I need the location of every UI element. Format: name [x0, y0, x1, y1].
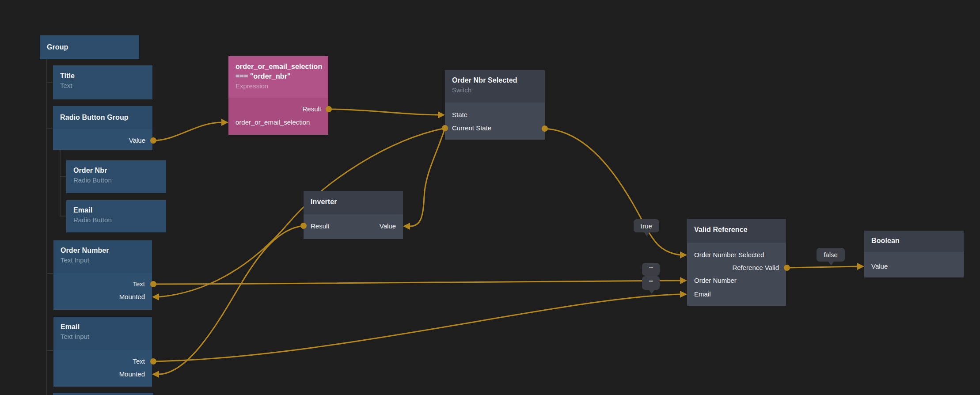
node-email-input[interactable]: Email Text Input Text Mounted — [53, 317, 152, 387]
node-order-number-input-subtitle: Text Input — [61, 255, 145, 265]
node-group[interactable]: Group — [40, 35, 139, 59]
port-dot-email-text[interactable] — [150, 358, 156, 365]
node-boolean-title: Boolean — [871, 236, 957, 246]
badge-false: false — [817, 248, 845, 262]
port-label-ordernumber-mounted: Mounted — [119, 292, 145, 301]
port-arrow-ordernumber-mounted[interactable] — [152, 293, 159, 300]
port-arrow-boolean-value[interactable] — [857, 263, 864, 270]
wire-switch-to-validreference-selected[interactable] — [545, 129, 680, 255]
node-editor-canvas[interactable]: Group Title Text Radio Button Group Valu… — [0, 0, 980, 395]
node-email-radio-title: Email — [73, 205, 159, 215]
port-label-switch-state: State — [452, 110, 467, 119]
node-partial-bottom[interactable] — [53, 393, 153, 395]
node-switch-subtitle: Switch — [452, 85, 538, 95]
port-label-email-text: Text — [133, 357, 145, 366]
port-label-vr-order-number-selected: Order Number Selected — [694, 251, 764, 259]
node-title-text-subtitle: Text — [60, 81, 145, 90]
node-order-nbr-radio[interactable]: Order Nbr Radio Button — [66, 160, 166, 193]
badge-true: true — [634, 219, 659, 232]
wire-radiogroup-value-to-expression[interactable] — [153, 122, 221, 141]
node-email-radio-subtitle: Radio Button — [73, 215, 159, 224]
node-order-number-input-title: Order Number — [61, 246, 145, 255]
wire-expression-result-to-switch-state[interactable] — [329, 109, 438, 115]
port-label-inverter-value: Value — [380, 222, 396, 231]
port-label-boolean-value: Value — [871, 262, 888, 271]
port-arrow-inverter-value[interactable] — [403, 223, 410, 230]
node-radio-button-group[interactable]: Radio Button Group Value — [53, 106, 152, 150]
badge-empty-string-pointer — [649, 289, 655, 294]
port-dot-switch-current-state-right[interactable] — [542, 125, 548, 132]
node-switch[interactable]: Order Nbr Selected Switch State Current … — [445, 70, 545, 140]
node-valid-reference-title: Valid Reference — [694, 225, 779, 235]
port-dot-reference-valid[interactable] — [784, 265, 790, 271]
port-label-switch-current-state: Current State — [452, 124, 491, 133]
node-order-nbr-radio-title: Order Nbr — [73, 166, 159, 175]
port-dot-inverter-result[interactable] — [300, 223, 307, 229]
port-dot-switch-current-state-left[interactable] — [442, 125, 448, 131]
node-expression-subtitle: Expression — [236, 81, 321, 91]
node-email-input-title: Email — [61, 322, 145, 332]
port-label-vr-reference-valid: Reference Valid — [732, 263, 779, 272]
port-label-email-mounted: Mounted — [119, 370, 145, 379]
port-dot-radiogroup-value[interactable] — [150, 137, 156, 144]
port-label-ordernumber-text: Text — [133, 280, 145, 289]
node-expression-title: order_or_email_selection === "order_nbr" — [236, 62, 321, 81]
badge-true-pointer — [644, 232, 650, 236]
port-arrow-expression-input[interactable] — [221, 119, 228, 126]
port-arrow-email-mounted[interactable] — [152, 371, 159, 378]
port-dot-ordernumber-text[interactable] — [150, 281, 156, 287]
port-label-radiogroup-value: Value — [129, 136, 145, 145]
wire-referencevalid-to-boolean-value[interactable] — [787, 266, 857, 268]
port-label-expression-result: Result — [302, 105, 321, 114]
wire-email-text-to-validreference[interactable] — [153, 294, 680, 361]
node-switch-title: Order Nbr Selected — [452, 76, 538, 85]
wire-switch-currentstate-to-inverter-value[interactable] — [410, 128, 445, 226]
port-arrow-switch-state[interactable] — [438, 111, 445, 118]
node-email-input-subtitle: Text Input — [61, 332, 145, 341]
port-label-vr-order-number: Order Number — [694, 276, 737, 285]
node-expression[interactable]: order_or_email_selection === "order_nbr"… — [228, 56, 328, 135]
port-label-vr-email: Email — [694, 290, 711, 299]
node-radio-button-group-title: Radio Button Group — [60, 113, 145, 122]
port-dot-expression-result[interactable] — [326, 106, 332, 112]
badge-false-pointer — [828, 261, 834, 266]
node-email-radio[interactable]: Email Radio Button — [66, 200, 166, 232]
node-boolean[interactable]: Boolean Value — [864, 231, 964, 277]
badge-empty-string-order-number: "" — [642, 263, 660, 276]
node-valid-reference[interactable]: Valid Reference Order Number Selected Re… — [687, 219, 786, 306]
badge-empty-string-email: "" — [642, 276, 660, 290]
node-title-text[interactable]: Title Text — [53, 65, 152, 99]
port-label-expression-input: order_or_email_selection — [236, 118, 310, 127]
node-inverter-title: Inverter — [311, 197, 396, 207]
port-arrow-vr-email[interactable] — [680, 291, 687, 298]
port-arrow-vr-order-number-selected[interactable] — [680, 251, 687, 258]
wire-ordernumber-text-to-validreference[interactable] — [153, 281, 680, 284]
node-order-number-input[interactable]: Order Number Text Input Text Mounted — [53, 240, 152, 310]
node-order-nbr-radio-subtitle: Radio Button — [73, 175, 159, 185]
port-label-inverter-result: Result — [311, 222, 330, 231]
node-inverter[interactable]: Inverter Result Value — [304, 191, 403, 239]
port-arrow-vr-order-number[interactable] — [680, 277, 687, 284]
node-title-text-title: Title — [60, 71, 145, 81]
node-group-title: Group — [40, 42, 68, 52]
